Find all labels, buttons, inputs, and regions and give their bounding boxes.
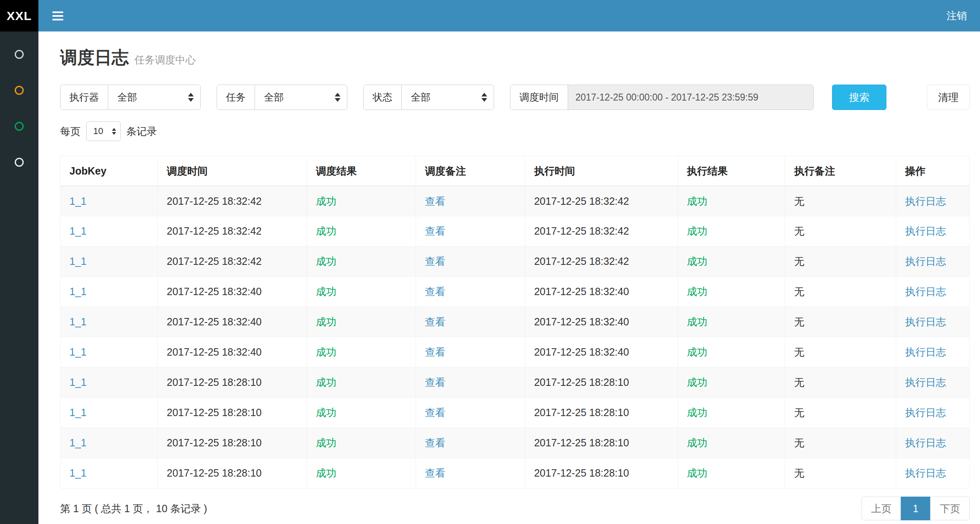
sched-remark-link[interactable]: 查看 (425, 195, 445, 207)
table-row: 1_1 2017-12-25 18:28:10 成功 查看 2017-12-25… (60, 458, 970, 488)
app-logo[interactable]: XXL (0, 0, 38, 31)
exec-time-cell: 2017-12-25 18:32:42 (525, 246, 678, 277)
exec-log-link[interactable]: 执行日志 (905, 407, 946, 418)
sched-time-cell: 2017-12-25 18:32:40 (158, 277, 307, 307)
sched-remark-link[interactable]: 查看 (425, 346, 445, 358)
table-row: 1_1 2017-12-25 18:32:42 成功 查看 2017-12-25… (60, 186, 970, 216)
jobkey-link[interactable]: 1_1 (69, 437, 87, 448)
sched-remark-link[interactable]: 查看 (425, 467, 445, 479)
page-title: 调度日志 (60, 48, 129, 67)
exec-time-cell: 2017-12-25 18:32:40 (525, 337, 678, 367)
exec-result-cell: 成功 (678, 458, 785, 488)
exec-log-link[interactable]: 执行日志 (905, 346, 946, 358)
jobkey-link[interactable]: 1_1 (69, 316, 87, 327)
job-filter-label: 任务 (217, 85, 255, 110)
status-filter-label: 状态 (364, 85, 402, 110)
exec-log-link[interactable]: 执行日志 (905, 437, 946, 448)
select-arrows-icon (481, 93, 487, 102)
current-page-button[interactable]: 1 (901, 497, 931, 520)
sched-result-cell: 成功 (307, 367, 416, 398)
table-row: 1_1 2017-12-25 18:32:40 成功 查看 2017-12-25… (60, 307, 970, 337)
prev-page-button[interactable]: 上页 (861, 497, 901, 520)
pagination: 上页 1 下页 (861, 497, 970, 520)
perpage-select[interactable]: 10 (86, 121, 121, 141)
exec-remark-cell: 无 (785, 216, 896, 246)
table-row: 1_1 2017-12-25 18:32:40 成功 查看 2017-12-25… (60, 277, 970, 307)
sched-remark-link[interactable]: 查看 (425, 376, 445, 388)
filter-bar: 执行器 全部 任务 全部 状态 全部 调度时间 2017-12-25 00:00… (60, 85, 970, 110)
executor-select[interactable]: 全部 (108, 85, 200, 110)
search-button[interactable]: 搜索 (832, 85, 886, 110)
sched-result-cell: 成功 (307, 246, 416, 277)
exec-remark-cell: 无 (785, 246, 896, 277)
sched-remark-link[interactable]: 查看 (425, 316, 445, 327)
log-table-body: 1_1 2017-12-25 18:32:42 成功 查看 2017-12-25… (60, 186, 970, 488)
sched-remark-link[interactable]: 查看 (425, 437, 445, 448)
select-arrows-icon (188, 93, 194, 102)
exec-result-cell: 成功 (678, 428, 785, 458)
jobkey-link[interactable]: 1_1 (69, 467, 87, 479)
exec-time-cell: 2017-12-25 18:32:42 (525, 186, 678, 216)
time-range-input[interactable]: 2017-12-25 00:00:00 - 2017-12-25 23:59:5… (568, 85, 813, 110)
sidebar-menu-item-2[interactable] (0, 72, 38, 108)
sidebar (0, 31, 38, 524)
jobkey-link[interactable]: 1_1 (69, 376, 87, 388)
circle-icon (15, 50, 24, 59)
exec-log-link[interactable]: 执行日志 (905, 467, 946, 479)
sched-time-cell: 2017-12-25 18:32:42 (158, 216, 307, 246)
jobkey-link[interactable]: 1_1 (69, 195, 87, 207)
jobkey-link[interactable]: 1_1 (69, 407, 87, 418)
exec-log-link[interactable]: 执行日志 (905, 225, 946, 237)
sidebar-menu-item-1[interactable] (0, 36, 38, 72)
exec-result-cell: 成功 (678, 186, 785, 216)
exec-remark-cell: 无 (785, 458, 896, 488)
exec-time-cell: 2017-12-25 18:28:10 (525, 458, 678, 488)
page-header: 调度日志 任务调度中心 (60, 48, 970, 67)
column-header: 调度时间 (158, 156, 307, 186)
sched-time-cell: 2017-12-25 18:28:10 (158, 367, 307, 398)
exec-time-cell: 2017-12-25 18:28:10 (525, 398, 678, 428)
sched-result-cell: 成功 (307, 398, 416, 428)
exec-log-link[interactable]: 执行日志 (905, 195, 946, 207)
clear-button[interactable]: 清理 (927, 85, 970, 110)
log-table: JobKey调度时间调度结果调度备注执行时间执行结果执行备注操作 1_1 201… (60, 156, 970, 488)
column-header: 执行结果 (678, 156, 785, 186)
circle-icon (15, 86, 24, 95)
table-row: 1_1 2017-12-25 18:32:42 成功 查看 2017-12-25… (60, 216, 970, 246)
sidebar-toggle-icon[interactable] (48, 7, 67, 25)
sched-remark-link[interactable]: 查看 (425, 286, 445, 297)
exec-result-cell: 成功 (678, 337, 785, 367)
sched-remark-link[interactable]: 查看 (425, 407, 445, 418)
exec-log-link[interactable]: 执行日志 (905, 316, 946, 327)
next-page-button[interactable]: 下页 (930, 497, 970, 520)
jobkey-link[interactable]: 1_1 (69, 346, 87, 358)
job-select[interactable]: 全部 (255, 85, 347, 110)
exec-time-cell: 2017-12-25 18:32:40 (525, 277, 678, 307)
sched-result-cell: 成功 (307, 337, 416, 367)
table-row: 1_1 2017-12-25 18:28:10 成功 查看 2017-12-25… (60, 398, 970, 428)
sched-remark-link[interactable]: 查看 (425, 225, 445, 237)
column-header: 调度结果 (307, 156, 416, 186)
exec-log-link[interactable]: 执行日志 (905, 286, 946, 297)
job-filter-group: 任务 全部 (217, 85, 347, 110)
time-range-value: 2017-12-25 00:00:00 - 2017-12-25 23:59:5… (575, 92, 758, 103)
exec-log-link[interactable]: 执行日志 (905, 255, 946, 267)
sched-time-cell: 2017-12-25 18:28:10 (158, 428, 307, 458)
sched-time-cell: 2017-12-25 18:32:42 (158, 246, 307, 277)
status-select[interactable]: 全部 (402, 85, 494, 110)
jobkey-link[interactable]: 1_1 (69, 255, 87, 267)
exec-log-link[interactable]: 执行日志 (905, 376, 946, 388)
sched-time-cell: 2017-12-25 18:28:10 (158, 398, 307, 428)
column-header: 执行时间 (525, 156, 678, 186)
jobkey-link[interactable]: 1_1 (69, 286, 87, 297)
jobkey-link[interactable]: 1_1 (69, 225, 87, 237)
column-header: 操作 (896, 156, 969, 186)
exec-remark-cell: 无 (785, 337, 896, 367)
logout-link[interactable]: 注销 (946, 9, 967, 22)
sidebar-menu-item-3[interactable] (0, 108, 38, 144)
navbar-main: 注销 (38, 0, 980, 31)
sidebar-menu-item-4[interactable] (0, 144, 38, 180)
job-select-value: 全部 (264, 91, 284, 104)
sched-remark-link[interactable]: 查看 (425, 255, 445, 267)
exec-remark-cell: 无 (785, 277, 896, 307)
